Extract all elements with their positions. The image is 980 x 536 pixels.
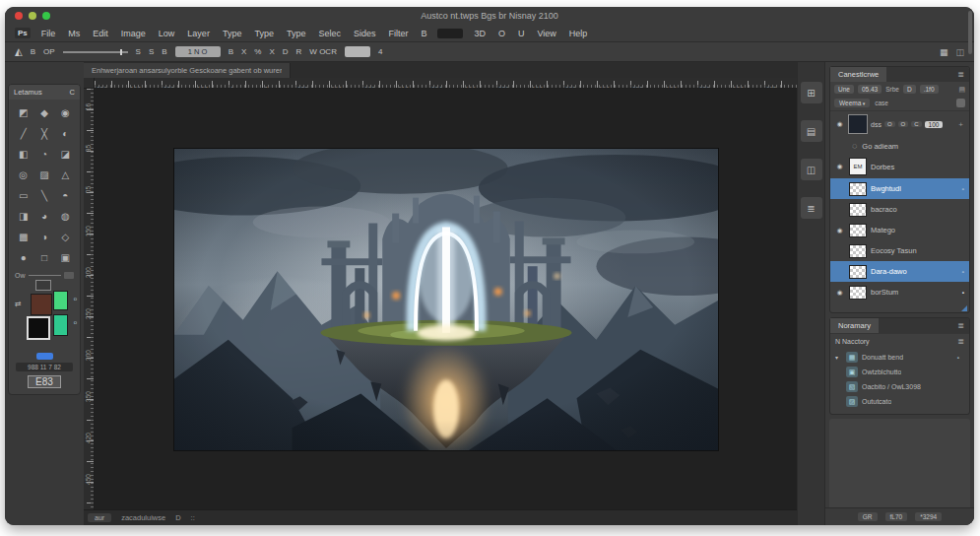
traffic-light-button[interactable] (29, 12, 36, 20)
options-toggle-2[interactable]: S (149, 47, 154, 56)
menu-item[interactable]: View (538, 29, 556, 38)
menu-item[interactable]: Low (159, 29, 175, 38)
options-icon-2[interactable]: X (241, 47, 246, 56)
history-item[interactable]: ▨ Oututcato (830, 394, 969, 409)
panel-footer-button[interactable]: fL70 (885, 512, 908, 521)
tool-icon[interactable]: ◐ (55, 123, 76, 144)
menu-item[interactable]: File (41, 29, 56, 38)
tool-icon[interactable]: ◑ (33, 227, 54, 247)
tool-icon[interactable]: ◍ (55, 206, 76, 227)
options-toggle-1[interactable]: S (136, 47, 141, 56)
options-icon-4[interactable]: X (269, 47, 274, 56)
layer-row[interactable]: borStum ▪ (830, 282, 969, 302)
panel-resize-handle[interactable] (961, 305, 967, 311)
menu-item[interactable]: Ms (68, 29, 80, 38)
menu-item[interactable]: Selec (318, 29, 341, 38)
history-panel-tab[interactable]: Noramary (830, 318, 879, 333)
options-input-field[interactable]: 1 N O (175, 46, 221, 57)
canvas-surface[interactable] (95, 89, 797, 509)
layer-thumbnail[interactable] (849, 203, 867, 217)
workspace-icon[interactable] (940, 47, 948, 57)
layer-fx-row[interactable]: Go adieam (830, 137, 969, 155)
menu-item[interactable]: Filter (388, 29, 408, 38)
panel-scrollbar[interactable] (968, 11, 972, 54)
tool-icon[interactable]: ╱ (13, 123, 33, 144)
layout-icon[interactable] (955, 47, 964, 57)
filter-value-chip[interactable]: 05.43 (858, 85, 882, 94)
lock-toggle-3[interactable]: C (911, 121, 921, 127)
layers-panel-tab[interactable]: Canestlcrwe (830, 67, 886, 82)
filter-chip-d[interactable]: D (903, 85, 916, 94)
document-tab[interactable]: Enhwerjaroan ansarsulyorble Gesckoane ga… (84, 63, 291, 78)
layer-row[interactable]: bacraco (830, 199, 969, 220)
tool-icon[interactable]: ◓ (55, 185, 76, 206)
tool-icon[interactable]: ◩ (13, 102, 33, 123)
layer-thumbnail[interactable] (849, 182, 867, 196)
history-item[interactable]: ▦ Donuatt bend ▪ (830, 350, 969, 365)
blend-row-button[interactable] (956, 99, 965, 107)
menu-item[interactable]: Type (254, 29, 274, 38)
tool-icon[interactable]: ◉ (55, 102, 76, 123)
traffic-light-button[interactable] (42, 12, 50, 20)
active-tool-icon[interactable] (15, 46, 23, 57)
layer-group-row[interactable]: EM Dorbes (830, 155, 969, 178)
lock-toggle-2[interactable]: O (898, 121, 909, 127)
menu-item[interactable]: Type (287, 29, 306, 38)
filter-menu-icon[interactable] (958, 86, 965, 94)
quick-mask-button[interactable] (36, 353, 53, 360)
eye-icon[interactable] (834, 163, 845, 170)
mini-slider-chip[interactable] (64, 272, 74, 279)
tool-icon[interactable]: ◪ (55, 144, 76, 165)
filter-chip-opacity[interactable]: .1f0 (920, 85, 939, 94)
lock-toggle-1[interactable]: O (884, 121, 895, 127)
menu-item[interactable]: B (421, 29, 426, 38)
options-toggle-3[interactable]: B (162, 47, 166, 56)
filter-kind-chip[interactable]: Une (834, 85, 854, 94)
menu-item[interactable]: Layer (187, 29, 210, 38)
tool-icon[interactable]: ◇ (55, 227, 76, 247)
layer-thumbnail[interactable] (849, 286, 867, 300)
panel-dock-button[interactable]: ▤ (801, 120, 822, 142)
mini-slider-track[interactable] (29, 275, 62, 276)
options-icon-1[interactable]: B (229, 47, 233, 56)
menu-item[interactable]: Type (223, 29, 242, 38)
menu-item[interactable]: Help (569, 29, 588, 38)
zoom-level-field[interactable]: aur (88, 513, 111, 522)
panel-footer-button[interactable]: *3294 (915, 512, 942, 521)
menu-item[interactable]: Edit (93, 29, 108, 38)
swap-colors-icon[interactable]: ⇄ (15, 300, 22, 308)
history-item[interactable]: ▧ Oacbito / OwL3098 (830, 379, 969, 394)
tool-icon[interactable]: ◎ (13, 165, 33, 185)
tool-icon[interactable]: ╲ (33, 185, 54, 206)
tool-icon[interactable]: ▨ (33, 165, 54, 185)
opacity-slider[interactable] (63, 51, 128, 53)
menu-item[interactable]: 3D (474, 29, 486, 38)
group-thumbnail[interactable]: EM (849, 158, 867, 175)
background-color-swatch[interactable] (27, 316, 50, 340)
layer-row[interactable]: Dara-dawo ▫ (830, 261, 969, 282)
tool-icon[interactable]: ◔ (33, 144, 54, 165)
menu-item[interactable]: U (518, 29, 525, 38)
eye-icon[interactable] (834, 289, 845, 297)
tool-icon[interactable]: ◕ (33, 206, 54, 227)
tool-icon[interactable]: △ (55, 165, 76, 185)
blend-mode-dropdown[interactable]: Weema (834, 99, 870, 107)
add-icon[interactable]: + (958, 120, 965, 129)
options-icon-3[interactable]: % (254, 47, 261, 56)
menu-item[interactable]: Image (121, 29, 146, 38)
tool-icon[interactable]: ◆ (33, 102, 54, 123)
panel-dock-button[interactable]: ◫ (801, 159, 822, 180)
menu-item[interactable]: O (498, 29, 505, 38)
accent-color-swatch[interactable] (53, 314, 68, 336)
tool-icon[interactable]: ╳ (33, 123, 54, 144)
panel-dock-button[interactable]: ⊞ (801, 82, 822, 103)
layer-row[interactable]: Bwghtudl ▫ (830, 178, 969, 199)
tool-icon[interactable]: □ (33, 247, 54, 268)
history-item[interactable]: ▣ Owtzblchutto (830, 365, 969, 379)
layer-thumbnail[interactable] (849, 244, 867, 258)
layer-thumbnail[interactable] (849, 224, 867, 237)
tool-icon[interactable]: ● (13, 247, 33, 268)
panel-footer-button[interactable]: GR (858, 512, 878, 521)
eye-icon[interactable] (834, 227, 845, 234)
foreground-color-swatch[interactable] (31, 294, 52, 315)
